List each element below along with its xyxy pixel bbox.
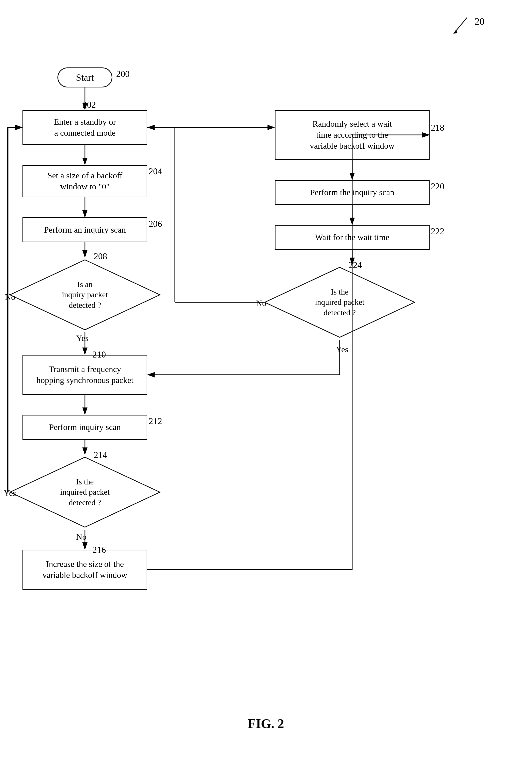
figure-label: FIG. 2 xyxy=(248,716,284,731)
ref-208: 208 xyxy=(94,251,107,262)
node-204: Set a size of a backoff window to "0" xyxy=(23,165,147,197)
ref-212: 212 xyxy=(149,416,162,427)
node-208: Is an inquiry packet detected ? xyxy=(8,257,162,332)
label-208-no: No xyxy=(5,292,16,302)
label-214-yes: Yes xyxy=(4,489,16,498)
ref-204: 204 xyxy=(149,166,162,177)
node-212: Perform inquiry scan xyxy=(23,415,147,440)
label-224-yes: Yes xyxy=(336,345,348,354)
ref-224: 224 xyxy=(348,260,362,270)
node-210: Transmit a frequency hopping synchronous… xyxy=(23,355,147,395)
ref-218: 218 xyxy=(431,122,444,133)
ref-206: 206 xyxy=(149,219,162,229)
node-214: Is the inquired packet detected ? xyxy=(8,455,162,530)
node-206: Perform an inquiry scan xyxy=(23,217,147,242)
svg-marker-1 xyxy=(453,30,457,34)
start-node: Start xyxy=(57,68,112,88)
ref-202: 202 xyxy=(82,99,96,110)
label-224-no: No xyxy=(256,299,267,308)
ref-214: 214 xyxy=(94,450,107,460)
ref-220: 220 xyxy=(431,181,444,192)
ref-210: 210 xyxy=(92,349,106,360)
node-216: Increase the size of the variable backof… xyxy=(23,550,147,590)
ref-216: 216 xyxy=(92,545,106,555)
ref-222: 222 xyxy=(431,226,444,237)
node-224: Is the inquired packet detected ? xyxy=(262,265,417,340)
label-214-no: No xyxy=(76,532,87,542)
ref-20: 20 xyxy=(475,16,485,27)
ref-start: 200 xyxy=(116,69,130,79)
svg-line-0 xyxy=(454,18,467,32)
label-208-yes: Yes xyxy=(76,333,88,343)
node-202: Enter a standby or a connected mode xyxy=(23,110,147,145)
ref-20-label xyxy=(447,15,477,42)
node-220: Perform the inquiry scan xyxy=(275,180,430,205)
node-222: Wait for the wait time xyxy=(275,225,430,250)
node-218: Randomly select a wait time according to… xyxy=(275,110,430,160)
